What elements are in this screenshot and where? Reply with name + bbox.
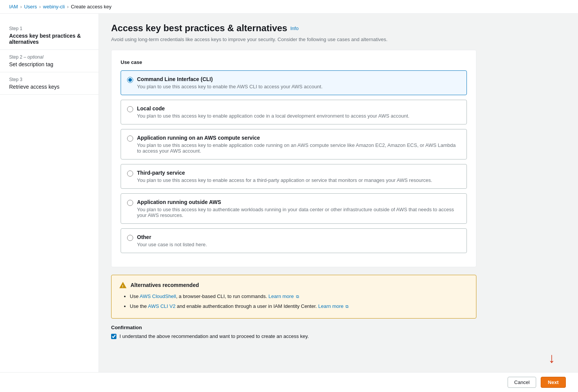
option-third-party[interactable]: Third-party service You plan to use this… [121, 164, 467, 189]
confirmation-row: I understand the above recommendation an… [111, 333, 476, 339]
option-outside-aws-desc: You plan to use this access key to authe… [137, 207, 460, 218]
content-area: Access key best practices & alternatives… [99, 14, 578, 379]
breadcrumb-users[interactable]: Users [24, 4, 37, 10]
option-outside-aws-content: Application running outside AWS You plan… [137, 199, 460, 218]
option-outside-aws-title: Application running outside AWS [137, 199, 460, 205]
option-other-content: Other Your use case is not listed here. [137, 234, 207, 247]
option-local-code-title: Local code [137, 105, 409, 112]
alternatives-title: Alternatives recommended [131, 282, 199, 288]
option-aws-compute-desc: You plan to use this access key to enabl… [137, 142, 460, 154]
breadcrumb-webiny-cli[interactable]: webiny-cli [43, 4, 65, 10]
page-subtitle: Avoid using long-term credentials like a… [111, 37, 566, 42]
confirmation-label: I understand the above recommendation an… [119, 333, 309, 339]
alternative-item-2: Use the AWS CLI V2 and enable authentica… [130, 303, 468, 310]
alternatives-list: Use AWS CloudShell, a browser-based CLI,… [119, 293, 468, 310]
sidebar: Step 1 Access key best practices & alter… [0, 14, 99, 379]
option-third-party-content: Third-party service You plan to use this… [137, 170, 432, 183]
breadcrumb-iam[interactable]: IAM [9, 4, 18, 10]
radio-third-party[interactable] [127, 171, 133, 177]
step-3-number: Step 3 [9, 77, 89, 82]
breadcrumb: IAM › Users › webiny-cli › Create access… [0, 0, 578, 14]
breadcrumb-sep-3: › [67, 4, 68, 10]
confirmation-checkbox[interactable] [111, 334, 116, 339]
main-layout: Step 1 Access key best practices & alter… [0, 14, 578, 379]
next-button[interactable]: Next [541, 377, 566, 388]
cloudshell-link[interactable]: AWS CloudShell [140, 293, 176, 299]
use-case-card: Use case Command Line Interface (CLI) Yo… [111, 50, 476, 267]
cliv2-learn-more[interactable]: Learn more ⧉ [318, 303, 349, 309]
warning-icon: ! [119, 281, 127, 289]
alternatives-box: ! Alternatives recommended Use AWS Cloud… [111, 275, 476, 319]
step-1-number: Step 1 [9, 26, 89, 31]
step-2-optional: optional [27, 54, 43, 60]
option-other-desc: Your use case is not listed here. [137, 242, 207, 247]
radio-other[interactable] [127, 235, 133, 241]
ext-icon-2: ⧉ [346, 304, 349, 309]
cancel-button[interactable]: Cancel [508, 377, 536, 388]
alternatives-header: ! Alternatives recommended [119, 281, 468, 289]
option-cli[interactable]: Command Line Interface (CLI) You plan to… [121, 70, 467, 95]
confirmation-section-label: Confirmation [111, 325, 476, 330]
cli-v2-link[interactable]: AWS CLI V2 [148, 303, 175, 309]
page-title: Access key best practices & alternatives [111, 23, 287, 33]
radio-outside-aws[interactable] [127, 200, 133, 206]
option-aws-compute[interactable]: Application running on an AWS compute se… [121, 129, 467, 159]
option-third-party-desc: You plan to use this access key to enabl… [137, 177, 432, 183]
breadcrumb-sep-2: › [39, 4, 41, 10]
option-aws-compute-content: Application running on an AWS compute se… [137, 135, 460, 154]
svg-text:!: ! [122, 284, 123, 288]
sidebar-step-3[interactable]: Step 3 Retrieve access keys [0, 72, 99, 95]
use-case-label: Use case [121, 59, 467, 65]
ext-icon-1: ⧉ [296, 294, 299, 299]
option-local-code[interactable]: Local code You plan to use this access k… [121, 100, 467, 124]
alternative-item-1: Use AWS CloudShell, a browser-based CLI,… [130, 293, 468, 300]
option-third-party-title: Third-party service [137, 170, 432, 176]
step-2-number: Step 2 – optional [9, 54, 89, 60]
step-3-title: Retrieve access keys [9, 84, 89, 90]
cloudshell-learn-more[interactable]: Learn more ⧉ [268, 293, 299, 299]
option-local-code-content: Local code You plan to use this access k… [137, 105, 409, 119]
option-outside-aws[interactable]: Application running outside AWS You plan… [121, 193, 467, 224]
step-2-title: Set description tag [9, 61, 89, 67]
option-local-code-desc: You plan to use this access key to enabl… [137, 113, 409, 119]
option-other-title: Other [137, 234, 207, 240]
breadcrumb-sep-1: › [20, 4, 22, 10]
breadcrumb-current: Create access key [71, 4, 111, 10]
sidebar-step-2[interactable]: Step 2 – optional Set description tag [0, 50, 99, 72]
radio-aws-compute[interactable] [127, 135, 133, 142]
option-other[interactable]: Other Your use case is not listed here. [121, 228, 467, 253]
footer-bar: Cancel Next [0, 372, 578, 392]
step-1-title: Access key best practices & alternatives [9, 33, 89, 45]
info-link[interactable]: Info [290, 25, 299, 31]
radio-local-code[interactable] [127, 106, 133, 112]
option-cli-desc: You plan to use this access key to enabl… [137, 84, 323, 89]
option-cli-content: Command Line Interface (CLI) You plan to… [137, 76, 323, 89]
radio-cli[interactable] [127, 77, 133, 83]
option-aws-compute-title: Application running on an AWS compute se… [137, 135, 460, 141]
option-cli-title: Command Line Interface (CLI) [137, 76, 323, 82]
sidebar-step-1[interactable]: Step 1 Access key best practices & alter… [0, 21, 99, 50]
page-title-row: Access key best practices & alternatives… [111, 23, 566, 33]
